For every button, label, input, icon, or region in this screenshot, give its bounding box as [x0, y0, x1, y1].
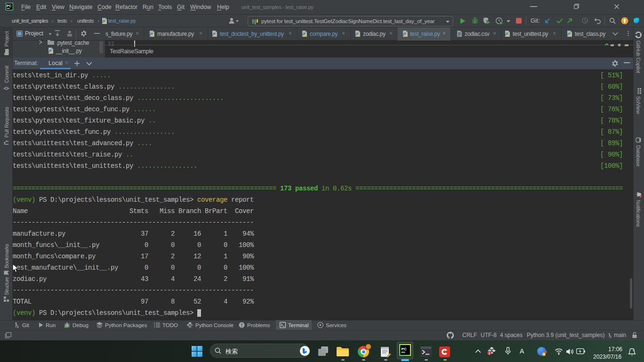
svg-text:PC: PC [402, 347, 407, 351]
svg-text:z: z [633, 349, 634, 352]
svg-text:2: 2 [489, 352, 491, 355]
svg-text:PC: PC [7, 4, 12, 8]
